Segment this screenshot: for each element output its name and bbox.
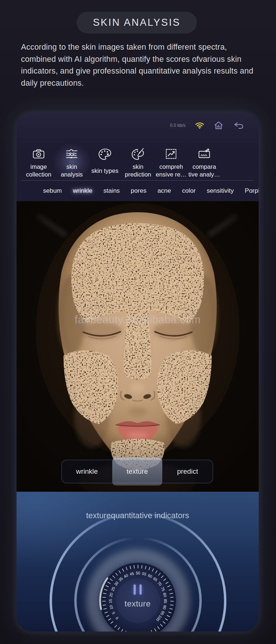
tab-label: skin types — [91, 163, 118, 178]
tab-label: compara tive analy… — [188, 163, 221, 178]
subtab-stains[interactable]: stains — [103, 187, 120, 195]
sub-tabs: sebumwrinklestainsporesacnecolorsensitiv… — [17, 181, 259, 201]
home-icon[interactable] — [214, 121, 223, 130]
gauge-label: texture — [17, 599, 259, 609]
watermark: fairbeauty.en.alibaba.com — [17, 314, 259, 326]
indicator-panel: texturequantitative indicators — [17, 492, 259, 631]
face-image-area: fairbeauty.en.alibaba.com wrinkle textur… — [17, 201, 259, 492]
analysis-sliders-icon — [64, 147, 79, 161]
tab-label: skin prediction — [121, 163, 155, 178]
tab-comparative-analysis[interactable]: compara tive analy… — [188, 147, 221, 178]
network-speed: 0.0 kb/s — [170, 123, 185, 128]
wifi-icon — [195, 122, 204, 129]
predict-button[interactable]: predict — [162, 460, 213, 483]
subtab-acne[interactable]: acne — [158, 187, 171, 195]
tab-skin-types[interactable]: skin types — [88, 147, 121, 178]
subtab-pores[interactable]: pores — [131, 187, 146, 195]
camera-icon — [31, 147, 46, 161]
subtab-sensitivity[interactable]: sensitivity — [207, 187, 234, 195]
back-icon[interactable] — [233, 121, 244, 130]
face-photo — [17, 201, 259, 492]
tab-label: skin analysis — [55, 163, 88, 178]
page-title-pill: SKIN ANALYSIS — [77, 12, 197, 33]
palette-brush-icon — [131, 147, 145, 161]
main-tabs: image collection skin analysis — [22, 147, 221, 178]
pause-bar — [139, 584, 142, 595]
pause-bar — [134, 584, 136, 595]
palette-icon — [98, 147, 112, 161]
page: SKIN ANALYSIS According to the skin imag… — [0, 0, 276, 644]
report-chart-icon — [164, 147, 178, 161]
subtab-sebum[interactable]: sebum — [43, 187, 62, 195]
page-title: SKIN ANALYSIS — [93, 17, 180, 28]
subtab-color[interactable]: color — [182, 187, 196, 195]
pause-icon[interactable] — [17, 584, 259, 595]
tab-skin-prediction[interactable]: skin prediction — [121, 147, 155, 178]
tab-image-collection[interactable]: image collection — [22, 147, 55, 178]
device-screen: 0.0 kb/s — [17, 113, 259, 631]
page-description: According to the skin images taken from … — [21, 41, 257, 89]
tab-label: image collection — [22, 163, 55, 178]
action-bar: wrinkle texture predict — [61, 460, 213, 483]
tab-skin-analysis[interactable]: skin analysis — [55, 147, 88, 178]
texture-button[interactable]: texture — [112, 458, 163, 485]
status-bar: 0.0 kb/s — [170, 120, 244, 131]
tab-label: compreh ensive re… — [155, 163, 188, 178]
texture-gauge: 0510152025303540455055606570758085909510… — [17, 492, 259, 631]
tab-comprehensive-report[interactable]: compreh ensive re… — [155, 147, 188, 178]
subtab-wrinkle[interactable]: wrinkle — [73, 187, 92, 195]
comparison-card-icon — [197, 147, 212, 161]
tabs-divider — [22, 180, 254, 181]
subtab-porphyrin[interactable]: Porphyrin — [245, 187, 259, 195]
svg-text:50: 50 — [136, 571, 140, 575]
wrinkle-button[interactable]: wrinkle — [62, 460, 112, 483]
